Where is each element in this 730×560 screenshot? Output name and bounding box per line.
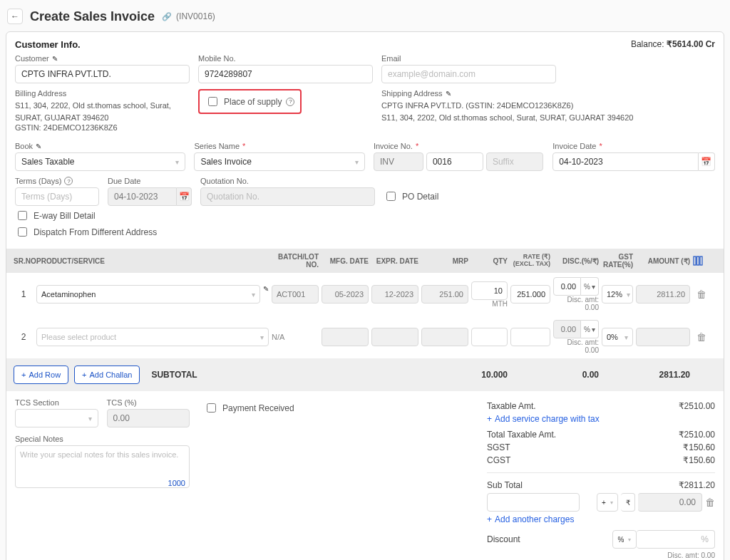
po-detail-checkbox[interactable] (386, 192, 396, 201)
extra-charge-desc[interactable] (487, 493, 580, 512)
calendar-icon[interactable]: 📅 (699, 152, 715, 171)
book-select[interactable]: Sales Taxable▾ (15, 152, 185, 171)
series-label: Series Name (194, 142, 240, 150)
subtotal-label: SUBTOTAL (151, 370, 197, 380)
terms-field[interactable] (15, 187, 99, 206)
subtotal-qty: 10.000 (470, 370, 509, 380)
customer-label: Customer (15, 54, 49, 63)
place-of-supply-checkbox[interactable] (208, 97, 217, 106)
svg-rect-2 (700, 256, 702, 265)
total-taxable-value: ₹2510.00 (679, 430, 715, 440)
plus-icon: + (82, 370, 86, 379)
taxable-label: Taxable Amt. (487, 401, 536, 411)
add-charge-link[interactable]: +Add another charges (487, 514, 715, 524)
edit-book-icon[interactable]: ✎ (36, 142, 41, 150)
balance-label: Balance: (631, 39, 664, 49)
disc-2 (553, 320, 581, 338)
notes-counter: 1000 (168, 479, 185, 487)
col-exp: EXPR. DATE (370, 257, 420, 265)
chevron-down-icon: ▾ (175, 158, 179, 166)
dispatch-checkbox[interactable] (18, 227, 27, 237)
product-select-1[interactable]: Acetaminophen▾ (36, 285, 260, 304)
plus-icon: + (21, 370, 26, 379)
invoice-id: (INV0016) (176, 11, 215, 21)
sgst-value: ₹150.60 (683, 442, 715, 452)
exp-1 (371, 285, 418, 304)
product-select-2[interactable]: Please select product▾ (36, 328, 269, 346)
edit-customer-icon[interactable]: ✎ (52, 55, 58, 63)
disc-unit-1[interactable]: %▾ (581, 277, 599, 296)
discount-unit-select[interactable]: %▾ (612, 530, 637, 549)
disc-amt-1: Disc. amt: 0.00 (553, 296, 599, 311)
mobile-field[interactable] (198, 65, 373, 83)
billing-gstin-label: GSTIN: (15, 123, 41, 132)
column-settings-button[interactable] (692, 256, 711, 266)
help-icon[interactable]: ? (64, 177, 73, 185)
extra-charge-value (638, 493, 702, 512)
payment-received-checkbox[interactable] (207, 403, 216, 413)
invoice-num-field[interactable] (426, 152, 483, 171)
cgst-label: CGST (487, 455, 510, 465)
notes-textarea[interactable] (15, 445, 190, 488)
svg-rect-0 (694, 256, 696, 265)
calendar-icon[interactable]: 📅 (177, 187, 192, 206)
rate-2[interactable] (510, 328, 550, 346)
shipping-label: Shipping Address (381, 89, 443, 98)
discount-value[interactable] (637, 530, 715, 549)
edit-shipping-icon[interactable]: ✎ (446, 90, 451, 98)
col-batch: BATCH/LOT NO. (270, 253, 320, 269)
shipping-name: CPTG INFRA PVT.LTD. (381, 101, 463, 110)
exp-2 (371, 328, 418, 346)
extra-charge-sign[interactable]: +▾ (597, 493, 618, 512)
page-title: Create Sales Invoice (30, 9, 155, 24)
col-srno: SR.NO. (12, 257, 35, 265)
delete-charge[interactable]: 🗑 (705, 497, 715, 508)
edit-product-icon[interactable]: ✎ (263, 285, 269, 304)
qty-unit-1: MTH (471, 300, 508, 308)
chevron-down-icon: ▾ (252, 291, 255, 299)
shipping-gstin-prefix: GSTIN: (468, 101, 495, 110)
terms-label: Terms (Days) (15, 177, 61, 185)
mfg-2 (322, 328, 369, 346)
customer-field[interactable] (15, 65, 190, 83)
tcs-pct-field (107, 409, 190, 427)
add-row-button[interactable]: +Add Row (14, 365, 68, 384)
gst-2[interactable]: 0%▾ (602, 328, 633, 346)
help-icon[interactable]: ? (286, 98, 294, 106)
series-select[interactable]: Sales Invoice▾ (194, 152, 364, 171)
col-rate: RATE (₹) (EXCL. TAX) (509, 254, 552, 268)
invoice-date-label: Invoice Date (552, 142, 596, 150)
mrp-1 (421, 285, 468, 304)
disc-amt-2: Disc. amt: 0.00 (553, 338, 599, 354)
discount-label: Discount (487, 534, 520, 544)
rate-1[interactable] (510, 285, 550, 304)
billing-label: Billing Address (15, 89, 190, 98)
link-icon: 🔗 (162, 12, 172, 21)
disc-unit-2[interactable]: %▾ (581, 320, 599, 338)
mrp-2 (421, 328, 468, 346)
col-gst: GST RATE(%) (600, 253, 634, 269)
sgst-label: SGST (487, 442, 510, 452)
plus-icon: + (487, 414, 492, 424)
qty-2[interactable] (471, 328, 508, 346)
email-field[interactable] (381, 65, 556, 83)
dispatch-label: Dispatch From Different Address (34, 227, 157, 237)
gst-1[interactable]: 12%▾ (602, 285, 633, 304)
invoice-date-field[interactable] (552, 152, 698, 171)
shipping-gstin: 24DEMCO1236K8Z6 (497, 101, 571, 110)
tcs-section-select[interactable]: ▾ (15, 409, 98, 427)
back-button[interactable]: ← (7, 9, 23, 24)
billing-line1: S11, 304, 2202, Old st.thomas school, Su… (15, 100, 190, 123)
qty-1[interactable] (471, 281, 508, 300)
add-challan-button[interactable]: +Add Challan (74, 365, 140, 384)
delete-row-2[interactable]: 🗑 (692, 331, 711, 343)
chevron-down-icon: ▾ (88, 415, 92, 422)
quotation-field (200, 187, 375, 206)
add-service-charge-link[interactable]: +Add service charge with tax (487, 414, 715, 424)
col-disc: DISC.(%/₹) (552, 257, 600, 265)
quotation-label: Quotation No. (200, 177, 375, 185)
col-mfg: MFG. DATE (320, 257, 370, 265)
delete-row-1[interactable]: 🗑 (692, 289, 711, 300)
disc-1[interactable] (553, 277, 581, 296)
eway-checkbox[interactable] (18, 211, 27, 220)
